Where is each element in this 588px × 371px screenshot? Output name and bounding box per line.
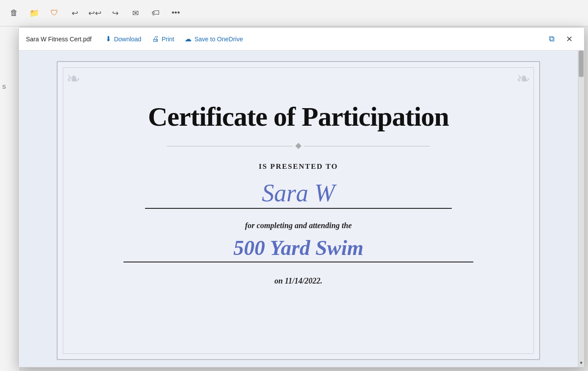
scroll-thumb[interactable] xyxy=(579,51,584,77)
email-icon[interactable]: ✉ xyxy=(127,5,143,21)
modal-header: Sara W Fitness Cert.pdf ⬇ Download 🖨 Pri… xyxy=(19,28,584,51)
corner-decor-topright: ❧ xyxy=(516,69,530,88)
pdf-filename: Sara W Fitness Cert.pdf xyxy=(26,36,91,43)
divider-line-right xyxy=(304,146,430,146)
shield-icon[interactable]: 🛡 xyxy=(47,5,62,21)
app-sidebar: S xyxy=(0,26,20,371)
save-to-onedrive-button[interactable]: ☁ Save to OneDrive xyxy=(179,32,248,46)
print-label: Print xyxy=(162,36,174,43)
presented-to-label: IS PRESENTED TO xyxy=(259,162,338,171)
save-to-onedrive-label: Save to OneDrive xyxy=(194,36,243,43)
undo-icon[interactable]: ↩ xyxy=(67,5,83,21)
cert-divider xyxy=(167,144,430,148)
onedrive-icon: ☁ xyxy=(185,35,192,43)
download-label: Download xyxy=(114,36,141,43)
modal-body: ❧ ❧ Certificate of Participation IS PRES… xyxy=(19,51,584,367)
trash-icon[interactable]: 🗑 xyxy=(6,5,22,21)
certificate-title: Certificate of Participation xyxy=(148,102,449,131)
cert-event-container: 500 Yard Swim xyxy=(123,236,474,262)
cert-for-completing-text: for completing and attending the xyxy=(245,221,352,230)
modal-controls: ⧉ ✕ xyxy=(544,31,577,47)
undo-all-icon[interactable]: ↩↩ xyxy=(87,5,103,21)
certificate-document: ❧ ❧ Certificate of Participation IS PRES… xyxy=(57,61,540,360)
print-button[interactable]: 🖨 Print xyxy=(147,33,180,46)
scroll-arrow-down[interactable]: ▼ xyxy=(578,358,584,367)
open-external-button[interactable]: ⧉ xyxy=(544,31,559,47)
modal-scrollbar[interactable]: ▲ ▼ xyxy=(578,51,584,367)
app-toolbar: 🗑 📁 🛡 ↩ ↩↩ ↪ ✉ 🏷 ••• xyxy=(0,0,588,26)
tag-icon[interactable]: 🏷 xyxy=(148,5,163,21)
divider-line-left xyxy=(167,146,293,146)
sidebar-letter-s: S xyxy=(2,84,6,90)
corner-decor-topleft: ❧ xyxy=(66,69,80,88)
archive-icon[interactable]: 📁 xyxy=(26,5,42,21)
more-icon[interactable]: ••• xyxy=(168,5,184,21)
pdf-display-area: ❧ ❧ Certificate of Participation IS PRES… xyxy=(19,51,578,367)
cert-name-container: Sara W xyxy=(145,179,451,209)
download-button[interactable]: ⬇ Download xyxy=(100,32,146,46)
cert-event-name: 500 Yard Swim xyxy=(123,236,474,260)
print-icon: 🖨 xyxy=(152,35,159,43)
redo-icon[interactable]: ↪ xyxy=(107,5,123,21)
download-icon: ⬇ xyxy=(105,35,111,43)
cert-date: on 11/14/2022. xyxy=(274,276,322,286)
divider-diamond xyxy=(295,143,301,149)
close-button[interactable]: ✕ xyxy=(561,31,577,47)
pdf-viewer-modal: Sara W Fitness Cert.pdf ⬇ Download 🖨 Pri… xyxy=(18,27,584,367)
cert-recipient-name: Sara W xyxy=(145,179,451,207)
